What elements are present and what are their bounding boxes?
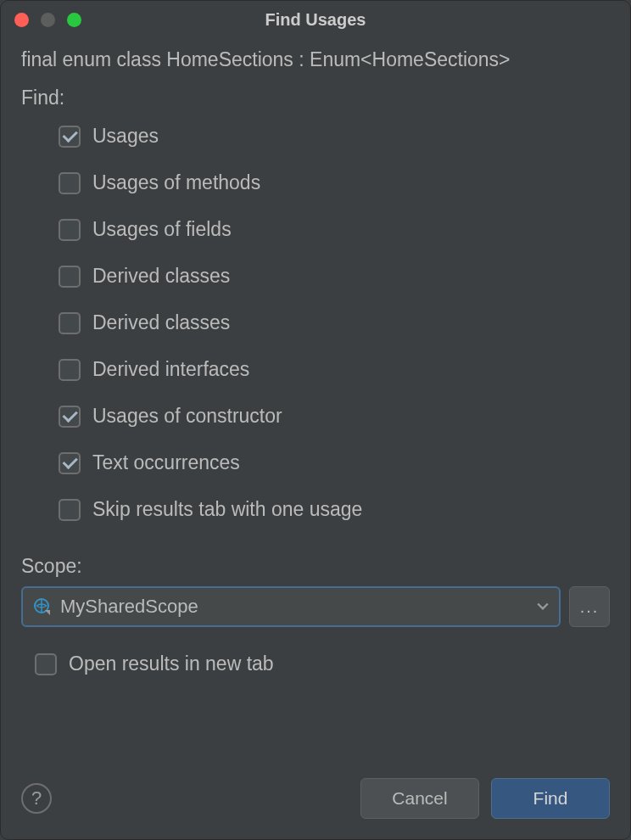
label-derived-classes-2: Derived classes (92, 311, 230, 334)
checkbox-usages-constructor[interactable] (59, 406, 81, 428)
chevron-down-icon (537, 599, 549, 614)
cancel-button[interactable]: Cancel (360, 778, 479, 819)
option-derived-interfaces: Derived interfaces (59, 358, 610, 381)
help-button[interactable]: ? (21, 783, 52, 814)
titlebar: Find Usages (1, 1, 630, 38)
label-derived-interfaces: Derived interfaces (92, 358, 249, 381)
checkbox-open-new-tab[interactable] (35, 653, 57, 675)
label-text-occurrences: Text occurrences (92, 451, 240, 474)
scope-icon (33, 597, 52, 616)
label-usages-constructor: Usages of constructor (92, 405, 282, 428)
checkbox-derived-classes-1[interactable] (59, 266, 81, 288)
label-usages: Usages (92, 125, 159, 148)
option-usages-constructor: Usages of constructor (59, 405, 610, 428)
label-derived-classes-1: Derived classes (92, 265, 230, 288)
scope-label: Scope: (21, 555, 610, 578)
label-usages-fields: Usages of fields (92, 218, 232, 241)
scope-value: MySharedScope (60, 596, 537, 618)
find-label: Find: (21, 87, 610, 109)
option-usages: Usages (59, 125, 610, 148)
checkbox-derived-interfaces[interactable] (59, 359, 81, 381)
scope-more-button[interactable]: ... (569, 586, 610, 627)
window-minimize-button[interactable] (41, 13, 55, 27)
checkbox-usages-fields[interactable] (59, 219, 81, 241)
label-skip-results-tab: Skip results tab with one usage (92, 498, 362, 521)
option-skip-results-tab: Skip results tab with one usage (59, 498, 610, 521)
window-title: Find Usages (265, 10, 366, 30)
dialog-content: final enum class HomeSections : Enum<Hom… (1, 38, 630, 778)
window-close-button[interactable] (14, 13, 29, 27)
scope-row: MySharedScope ... (21, 586, 610, 627)
checkbox-text-occurrences[interactable] (59, 452, 81, 474)
label-open-new-tab: Open results in new tab (69, 652, 274, 675)
checkbox-usages-methods[interactable] (59, 172, 81, 194)
checkbox-derived-classes-2[interactable] (59, 312, 81, 334)
option-usages-methods: Usages of methods (59, 171, 610, 194)
window-controls (14, 13, 81, 27)
checkbox-usages[interactable] (59, 126, 81, 148)
scope-select[interactable]: MySharedScope (21, 586, 561, 627)
find-usages-dialog: Find Usages final enum class HomeSection… (0, 0, 631, 840)
option-derived-classes-1: Derived classes (59, 265, 610, 288)
find-options-list: Usages Usages of methods Usages of field… (21, 125, 610, 521)
find-button[interactable]: Find (491, 778, 610, 819)
class-signature: final enum class HomeSections : Enum<Hom… (21, 48, 610, 71)
option-open-new-tab: Open results in new tab (21, 652, 610, 675)
option-derived-classes-2: Derived classes (59, 311, 610, 334)
dialog-footer: ? Cancel Find (1, 778, 630, 839)
checkbox-skip-results-tab[interactable] (59, 499, 81, 521)
option-usages-fields: Usages of fields (59, 218, 610, 241)
label-usages-methods: Usages of methods (92, 171, 260, 194)
window-maximize-button[interactable] (67, 13, 81, 27)
option-text-occurrences: Text occurrences (59, 451, 610, 474)
